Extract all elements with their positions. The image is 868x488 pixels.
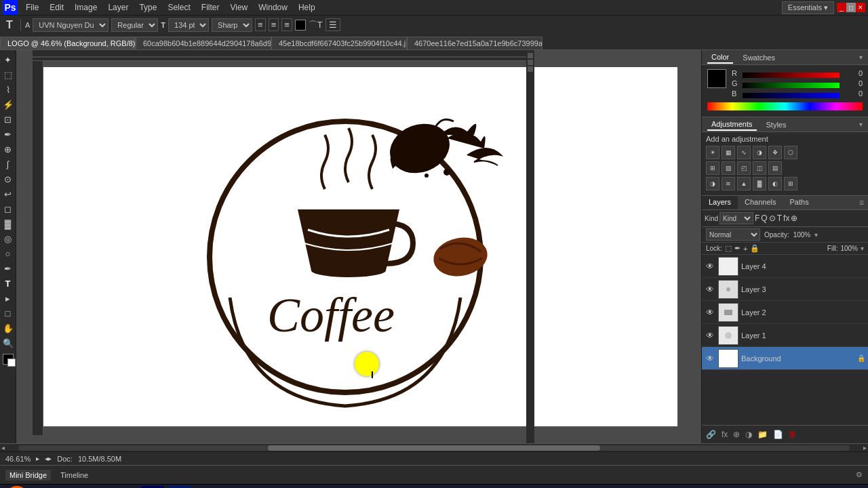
- heal-tool[interactable]: ⊕: [1, 142, 15, 156]
- lock-icon[interactable]: 🔒: [750, 244, 760, 253]
- type-tool-icon[interactable]: T: [3, 18, 16, 32]
- warp-text-icon[interactable]: ⌒T: [309, 19, 323, 31]
- visibility-background[interactable]: 👁: [705, 354, 715, 363]
- add-mask-icon[interactable]: ⊕: [732, 428, 741, 441]
- timeline-tab[interactable]: Timeline: [56, 470, 92, 481]
- text-color-swatch[interactable]: [295, 20, 306, 30]
- align-right-icon[interactable]: ≡: [281, 18, 292, 31]
- photoshop-taskbar-icon[interactable]: Ps: [168, 486, 191, 489]
- new-group-icon[interactable]: 📁: [756, 428, 769, 441]
- layer-item-2[interactable]: 👁 Layer 2: [702, 301, 868, 324]
- layer-item-1[interactable]: 👁 Layer 1: [702, 324, 868, 347]
- color-balance-icon[interactable]: ⊞: [706, 161, 719, 175]
- menu-layer[interactable]: Layer: [102, 1, 134, 14]
- text-cursor[interactable]: I: [371, 369, 374, 380]
- close-btn[interactable]: ✕: [856, 3, 865, 12]
- anti-alias-select[interactable]: Sharp: [212, 18, 252, 32]
- align-center-icon[interactable]: ≡: [269, 18, 279, 31]
- pen-tool[interactable]: ✒: [1, 262, 15, 275]
- menu-window[interactable]: Window: [253, 1, 293, 14]
- posterize-icon[interactable]: ≋: [722, 177, 735, 190]
- eyedropper-tool[interactable]: ✒: [1, 127, 15, 141]
- filter-icon-smart[interactable]: ⊙: [769, 214, 776, 223]
- layer-item-background[interactable]: 👁 Background 🔒: [702, 347, 868, 370]
- tab-img1[interactable]: 60ca98b604b1e889644d2904178a6d96.jpg ✕: [136, 37, 271, 49]
- layer-fx-icon[interactable]: fx: [720, 428, 729, 441]
- filter-icon-q[interactable]: Q: [761, 214, 767, 223]
- styles-tab[interactable]: Styles: [762, 119, 791, 130]
- tab-logo[interactable]: LOGO @ 46.6% (Background, RGB/8) ✕: [0, 37, 136, 49]
- gradient-tool[interactable]: ▓: [1, 217, 15, 230]
- menu-type[interactable]: Type: [134, 1, 162, 14]
- shape-tool[interactable]: □: [1, 306, 15, 320]
- selection-indicator[interactable]: [355, 352, 379, 376]
- new-layer-icon[interactable]: 📄: [772, 428, 785, 441]
- side-tool-3[interactable]: [528, 66, 533, 72]
- visibility-layer4[interactable]: 👁: [705, 262, 715, 271]
- layers-tab-paths[interactable]: Paths: [783, 196, 816, 209]
- threshold-icon[interactable]: ▲: [737, 177, 751, 190]
- font-size-select[interactable]: 134 pt: [168, 18, 209, 32]
- lasso-tool[interactable]: ⌇: [1, 83, 15, 96]
- blur-tool[interactable]: ◎: [1, 232, 15, 245]
- side-tool-1[interactable]: [528, 53, 533, 58]
- side-tool-2[interactable]: [528, 60, 533, 65]
- adj-panel-collapse[interactable]: ▾: [859, 121, 863, 128]
- font-family-select[interactable]: UVN Nguyen Du: [33, 18, 108, 32]
- brightness-contrast-icon[interactable]: ☀: [706, 146, 719, 159]
- move-tool[interactable]: ✦: [1, 53, 15, 66]
- lock-position-icon[interactable]: ✒: [734, 244, 741, 253]
- dodge-tool[interactable]: ○: [1, 247, 15, 260]
- filter-icon-f[interactable]: F: [755, 214, 760, 223]
- scroll-thumb[interactable]: [268, 445, 600, 451]
- link-layers-icon[interactable]: 🔗: [705, 428, 717, 441]
- new-adjustment-icon[interactable]: ◑: [744, 428, 753, 441]
- g-slider[interactable]: [743, 81, 840, 86]
- type-tool[interactable]: T: [1, 277, 15, 290]
- workspace-selector[interactable]: Essentials ▾: [782, 1, 834, 14]
- align-left-icon[interactable]: ≡: [255, 18, 266, 31]
- lock-pixels-icon[interactable]: ⬚: [725, 244, 732, 253]
- history-brush-tool[interactable]: ↩: [1, 187, 15, 201]
- status-arrows[interactable]: ◂▸: [45, 455, 52, 462]
- color-panel-collapse[interactable]: ▾: [859, 54, 863, 61]
- clone-tool[interactable]: ⊙: [1, 172, 15, 186]
- bottom-panel-settings[interactable]: ⚙: [856, 470, 863, 479]
- menu-image[interactable]: Image: [69, 1, 102, 14]
- visibility-layer3[interactable]: 👁: [705, 285, 715, 294]
- start-button[interactable]: [5, 486, 28, 489]
- color-tab[interactable]: Color: [707, 52, 733, 64]
- curves-icon[interactable]: ∿: [737, 146, 751, 159]
- blend-mode-select[interactable]: Normal: [706, 228, 760, 241]
- swatches-tab[interactable]: Swatches: [738, 52, 779, 63]
- tab-img2[interactable]: 45e18bcdf6f667403fc25b9904f10c44.jpg... …: [271, 37, 407, 49]
- channel-mixer-icon[interactable]: ◫: [753, 161, 766, 175]
- background-color[interactable]: [7, 359, 16, 367]
- color-preview-swatch[interactable]: [707, 69, 726, 88]
- menu-help[interactable]: Help: [293, 1, 321, 14]
- hand-tool[interactable]: ✋: [1, 321, 15, 335]
- layers-tab-layers[interactable]: Layers: [702, 196, 738, 209]
- color-lookup-icon[interactable]: ▤: [768, 161, 782, 175]
- path-selection-tool[interactable]: ▸: [1, 291, 15, 305]
- levels-icon[interactable]: ▦: [722, 146, 735, 159]
- b-slider[interactable]: [743, 91, 840, 96]
- canvas[interactable]: Coffee: [40, 67, 677, 426]
- menu-view[interactable]: View: [224, 1, 253, 14]
- fill-arrow[interactable]: ▾: [861, 245, 864, 252]
- layers-panel-menu[interactable]: ≡: [855, 196, 868, 209]
- exposure-icon[interactable]: ◑: [753, 146, 766, 159]
- restore-btn[interactable]: □: [846, 3, 856, 12]
- premiere-icon[interactable]: Pr: [141, 486, 164, 489]
- layer-item-3[interactable]: 👁 Layer 3: [702, 278, 868, 301]
- vibrance-icon[interactable]: ❖: [768, 146, 782, 159]
- chrome-icon[interactable]: [114, 486, 137, 489]
- media-player-icon[interactable]: ▶: [87, 486, 110, 489]
- visibility-layer2[interactable]: 👁: [705, 308, 715, 317]
- minimize-btn[interactable]: _: [837, 3, 846, 12]
- menu-select[interactable]: Select: [162, 1, 195, 14]
- photo-filter-icon[interactable]: ◰: [737, 161, 751, 175]
- filter-icon-mask[interactable]: ⊕: [791, 214, 797, 223]
- gradient-map-icon[interactable]: ▓: [753, 177, 766, 190]
- mini-bridge-tab[interactable]: Mini Bridge: [5, 470, 51, 481]
